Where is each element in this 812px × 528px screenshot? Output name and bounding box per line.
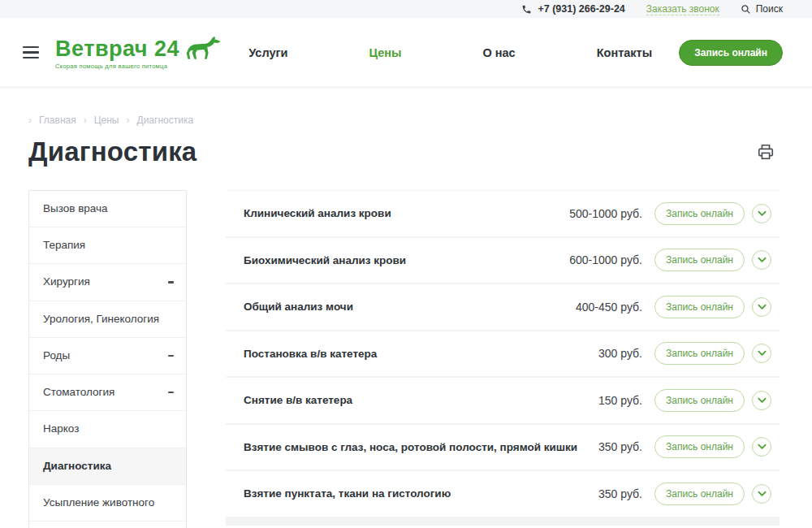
sidebar-item[interactable]: Наркоз [29, 411, 186, 448]
topbar: +7 (931) 266-29-24 Заказать звонок Поиск [0, 0, 812, 18]
price-row: Общий анализ мочи 400-450 руб. Запись он… [226, 284, 780, 330]
book-online-button[interactable]: Запись онлайн [679, 40, 783, 66]
sidebar-item[interactable]: Диагностика [29, 448, 186, 485]
expand-row-button[interactable] [752, 344, 771, 363]
expand-row-button[interactable] [752, 437, 771, 457]
service-price: 300 руб. [598, 347, 642, 360]
collapse-marker-icon [168, 281, 174, 283]
price-row: Взятие смывов с глаз, носа, ротовой поло… [226, 425, 780, 470]
service-name: Постановка в/в катетера [244, 348, 598, 360]
expand-row-button[interactable] [752, 484, 771, 504]
chevron-down-icon [758, 350, 767, 357]
service-name: Клинический анализ крови [244, 207, 569, 219]
content: Главная Цены Диагностика Диагностика Выз… [0, 115, 812, 528]
chevron-down-icon [758, 491, 767, 497]
breadcrumb-item[interactable]: Диагностика [127, 115, 194, 126]
sidebar-item[interactable]: Урология, Гинекология [29, 301, 186, 338]
sidebar-item-label: Хирургия [43, 275, 90, 289]
expand-row-button[interactable] [752, 250, 771, 270]
logo-tagline: Скорая помощь для вашего питомца [55, 63, 222, 70]
service-price: 600-1000 руб. [569, 253, 642, 266]
nav-item[interactable]: Цены [369, 46, 401, 59]
dog-icon [184, 36, 222, 60]
sidebar-item-label: Усыпление животного [43, 496, 154, 510]
category-sidebar: Вызов врача Терапия Хирургия Урология, Г… [28, 190, 187, 528]
price-list: Клинический анализ крови 500-1000 руб. З… [226, 190, 780, 526]
sidebar-item[interactable]: Стоматология [29, 374, 186, 411]
logo-title: Ветврач 24 [55, 38, 179, 60]
chevron-down-icon [758, 257, 767, 263]
price-row: Снятие в/в катетера 150 руб. Запись онла… [226, 378, 780, 423]
row-book-online-button[interactable]: Запись онлайн [654, 202, 745, 225]
expand-row-button[interactable] [752, 297, 771, 317]
sidebar-item[interactable]: Вызов врача [29, 191, 186, 227]
phone-icon [521, 4, 532, 15]
breadcrumb-item[interactable]: Цены [84, 115, 119, 126]
price-row: Клинический анализ крови 500-1000 руб. З… [226, 191, 780, 236]
menu-icon[interactable] [23, 46, 39, 59]
chevron-down-icon [758, 397, 767, 404]
row-book-online-button[interactable]: Запись онлайн [654, 483, 745, 505]
phone-number: +7 (931) 266-29-24 [538, 3, 624, 15]
callback-link[interactable]: Заказать звонок [646, 3, 719, 15]
sidebar-item-label: Роды [43, 348, 70, 363]
nav-item[interactable]: Контакты [597, 46, 652, 59]
page-title: Диагностика [28, 136, 197, 167]
expand-row-button[interactable] [752, 204, 771, 223]
print-icon[interactable] [757, 143, 775, 161]
service-price: 350 руб. [598, 440, 642, 453]
breadcrumb-item[interactable]: Главная [28, 115, 76, 126]
search-label: Поиск [756, 3, 783, 15]
sidebar-item-label: Вызов врача [43, 201, 108, 216]
sidebar-item[interactable]: Терапия [29, 227, 186, 264]
service-price: 400-450 руб. [576, 301, 642, 314]
sidebar-item-label: Диагностика [43, 459, 111, 474]
sidebar-item[interactable]: Кремация животного (после нашей эвтанази… [29, 522, 186, 528]
expand-row-button[interactable] [752, 391, 771, 410]
nav-item[interactable]: Услуги [248, 46, 287, 59]
header: Ветврач 24 Скорая помощь для вашего пито… [0, 18, 812, 88]
search-button[interactable]: Поиск [741, 3, 783, 15]
sidebar-item[interactable]: Роды [29, 338, 186, 374]
breadcrumb: Главная Цены Диагностика [28, 115, 780, 126]
chevron-down-icon [758, 444, 767, 450]
chevron-down-icon [758, 304, 767, 310]
sidebar-item-label: Стоматология [43, 385, 114, 400]
sidebar-item-label: Урология, Гинекология [43, 312, 159, 327]
service-name: Взятие пунктата, ткани на гистологию [244, 487, 598, 500]
phone-link[interactable]: +7 (931) 266-29-24 [521, 3, 624, 15]
service-name: Взятие смывов с глаз, носа, ротовой поло… [244, 441, 598, 453]
collapse-marker-icon [168, 355, 174, 357]
service-price: 150 руб. [598, 394, 642, 407]
price-row: Биохимический анализ крови 600-1000 руб.… [226, 238, 780, 283]
sidebar-item-label: Терапия [43, 238, 85, 253]
price-row: Постановка в/в катетера 300 руб. Запись … [226, 331, 780, 377]
logo[interactable]: Ветврач 24 Скорая помощь для вашего пито… [55, 36, 222, 70]
service-price: 500-1000 руб. [569, 207, 642, 220]
price-row: Взятие пунктата, ткани на гистологию 350… [226, 471, 780, 517]
nav-item[interactable]: О нас [482, 46, 515, 59]
row-book-online-button[interactable]: Запись онлайн [654, 435, 745, 458]
sidebar-item[interactable]: Усыпление животного [29, 485, 186, 522]
service-name: Общий анализ мочи [244, 301, 576, 313]
collapse-marker-icon [168, 392, 174, 394]
service-name: Биохимический анализ крови [244, 254, 569, 266]
chevron-down-icon [758, 210, 767, 217]
service-price: 350 руб. [598, 487, 642, 500]
row-book-online-button[interactable]: Запись онлайн [654, 342, 745, 365]
row-book-online-button[interactable]: Запись онлайн [654, 296, 745, 318]
sidebar-item-label: Наркоз [43, 422, 79, 436]
row-book-online-button[interactable]: Запись онлайн [654, 249, 745, 271]
row-book-online-button[interactable]: Запись онлайн [654, 389, 745, 412]
main-nav: Услуги Цены О нас Контакты [246, 46, 654, 59]
sidebar-item[interactable]: Хирургия [29, 264, 186, 301]
search-icon [741, 4, 751, 15]
service-name: Снятие в/в катетера [244, 394, 598, 406]
